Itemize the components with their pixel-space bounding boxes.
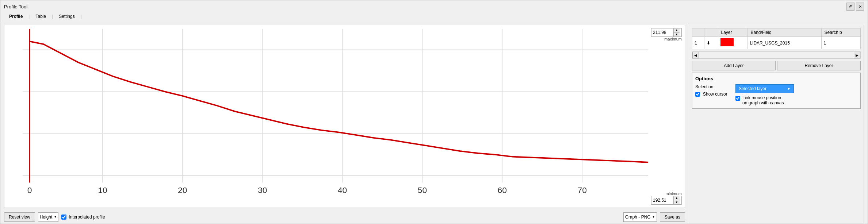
row-color [718, 37, 747, 49]
tab-bar: Profile | Table | Settings | [0, 12, 868, 21]
show-cursor-checkbox[interactable] [695, 92, 700, 97]
selection-dropdown[interactable]: Selected layer ▼ [735, 84, 794, 93]
row-num: 1 [692, 37, 704, 49]
svg-text:40: 40 [338, 185, 347, 195]
tab-sep-3: | [81, 14, 82, 19]
height-select[interactable]: Height ▼ [38, 212, 59, 222]
link-text: Link mouse position on graph with canvas [742, 95, 784, 105]
interpolated-label: Interpolated profile [69, 215, 105, 220]
max-up-btn[interactable]: ▲ [674, 28, 680, 33]
min-label: minimum [651, 192, 682, 196]
close-button[interactable]: ✕ [856, 3, 864, 11]
remove-layer-button[interactable]: Remove Layer [777, 61, 861, 70]
dropdown-row: Selected layer ▼ [735, 84, 794, 93]
options-section: Options Selection Show cursor [692, 73, 861, 109]
svg-text:30: 30 [258, 185, 267, 195]
dropdown-arrow-icon: ▼ [787, 87, 791, 91]
svg-text:70: 70 [577, 185, 586, 195]
max-label: maximum [651, 37, 682, 41]
row-arrow: ⬇ [704, 37, 718, 49]
down-icon: ⬇ [707, 40, 710, 46]
reset-view-button[interactable]: Reset view [4, 212, 35, 222]
row-layer-name: LIDAR_USGS_2015 [747, 37, 821, 49]
table-row: 1 ⬇ LIDAR_USGS_2015 1 [692, 37, 861, 49]
max-control: ▲ ▼ maximum [651, 28, 682, 41]
svg-text:60: 60 [498, 185, 507, 195]
min-up-btn[interactable]: ▲ [674, 196, 680, 201]
col-layer: Layer [718, 28, 747, 37]
layer-buttons: Add Layer Remove Layer [692, 61, 861, 70]
svg-text:10: 10 [98, 185, 107, 195]
graph-format-label: Graph - PNG [625, 215, 651, 220]
window-title: Profile Tool [4, 4, 27, 9]
scroll-track [699, 52, 854, 58]
layer-table: Layer Band/Field Search b 1 ⬇ LIDAR_USGS… [692, 28, 861, 49]
svg-text:50: 50 [418, 185, 427, 195]
main-window: Profile Tool 🗗 ✕ Profile | Table | Setti… [0, 0, 868, 224]
col-band: Band/Field [747, 28, 821, 37]
tab-table[interactable]: Table [30, 12, 51, 21]
col-search: Search b [821, 28, 860, 37]
tab-settings[interactable]: Settings [54, 12, 80, 21]
row-band: 1 [821, 37, 860, 49]
show-cursor-label: Show cursor [703, 92, 727, 97]
restore-button[interactable]: 🗗 [846, 3, 854, 11]
min-down-btn[interactable]: ▼ [674, 200, 680, 204]
tab-profile[interactable]: Profile [4, 12, 28, 21]
min-control: minimum ▲ ▼ [651, 192, 682, 205]
scroll-right-btn[interactable]: ▶ [854, 52, 860, 58]
min-spinbox-buttons: ▲ ▼ [673, 196, 680, 204]
main-content: 210 205 200 0 10 20 30 40 50 60 70 [0, 21, 868, 224]
layer-color-swatch [720, 38, 734, 46]
show-cursor-row: Show cursor [695, 92, 728, 97]
selection-label: Selection [695, 84, 728, 89]
interpolated-row: Interpolated profile [61, 215, 105, 220]
options-right: Selected layer ▼ Link mouse position on … [735, 84, 794, 105]
tab-sep-1: | [28, 14, 30, 19]
link-label-line2: on graph with canvas [742, 100, 784, 105]
bottom-toolbar: Reset view Height ▼ Interpolated profile… [4, 211, 685, 223]
height-dropdown-arrow: ▼ [54, 215, 57, 219]
layer-scrollbar[interactable]: ◀ ▶ [692, 51, 861, 59]
profile-chart: 210 205 200 0 10 20 30 40 50 60 70 [23, 29, 648, 197]
svg-text:0: 0 [27, 185, 32, 195]
tab-sep-2: | [52, 14, 53, 19]
save-as-button[interactable]: Save as [660, 212, 685, 222]
max-down-btn[interactable]: ▼ [674, 33, 680, 37]
title-bar-buttons: 🗗 ✕ [846, 3, 864, 11]
add-layer-button[interactable]: Add Layer [692, 61, 776, 70]
graph-format-arrow: ▼ [652, 215, 655, 219]
link-label-line1: Link mouse position [742, 95, 784, 100]
chart-controls: ▲ ▼ maximum minimum ▲ ▼ [648, 25, 685, 208]
col-arrow [704, 28, 718, 37]
height-label: Height [40, 215, 53, 220]
svg-text:20: 20 [178, 185, 187, 195]
max-spinbox-buttons: ▲ ▼ [673, 28, 680, 36]
max-spinbox[interactable]: ▲ ▼ [651, 28, 682, 37]
min-input[interactable] [651, 197, 673, 204]
max-input[interactable] [651, 29, 673, 36]
right-panel: Layer Band/Field Search b 1 ⬇ LIDAR_USGS… [689, 25, 864, 223]
options-left: Selection Show cursor [695, 84, 728, 105]
min-spinbox[interactable]: ▲ ▼ [651, 196, 682, 205]
scroll-left-btn[interactable]: ◀ [692, 52, 699, 58]
interpolated-checkbox[interactable] [61, 215, 66, 220]
selection-value: Selected layer [739, 86, 766, 91]
link-checkbox[interactable] [735, 96, 740, 101]
title-bar: Profile Tool 🗗 ✕ [0, 0, 868, 12]
col-num [692, 28, 704, 37]
chart-area: 210 205 200 0 10 20 30 40 50 60 70 [4, 25, 685, 208]
options-title: Options [695, 76, 857, 81]
link-row: Link mouse position on graph with canvas [735, 95, 794, 105]
chart-container: 210 205 200 0 10 20 30 40 50 60 70 [4, 25, 648, 208]
selection-row: Selection [695, 84, 728, 89]
left-panel: 210 205 200 0 10 20 30 40 50 60 70 [4, 25, 685, 223]
graph-format-select[interactable]: Graph - PNG ▼ [623, 212, 657, 222]
